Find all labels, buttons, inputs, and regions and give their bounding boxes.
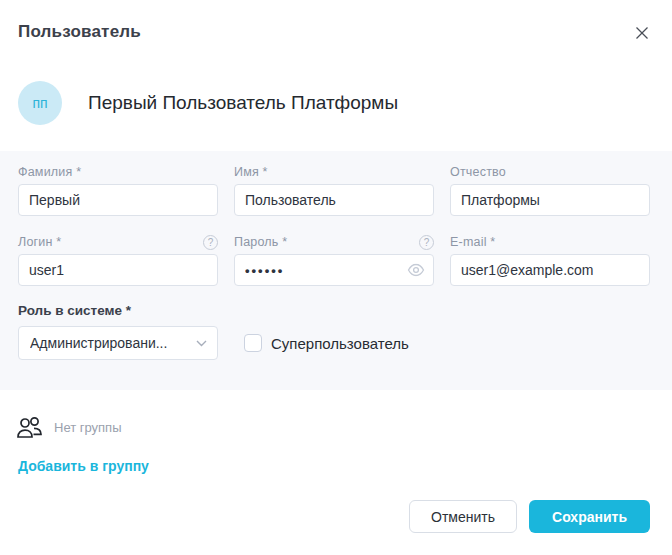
password-help-icon[interactable]: ? (419, 235, 434, 250)
close-icon-glyph (635, 26, 649, 40)
login-input[interactable] (18, 254, 218, 286)
lastname-input[interactable] (18, 184, 218, 216)
role-row: Администрировани... Суперпользователь (18, 326, 650, 360)
password-label: Пароль * (234, 235, 287, 249)
password-input[interactable] (234, 254, 434, 286)
email-label: E-mail * (450, 235, 495, 249)
fields-grid: Фамилия * Имя * Отчество (18, 164, 650, 286)
login-help-icon[interactable]: ? (203, 235, 218, 250)
cancel-button[interactable]: Отменить (409, 500, 517, 533)
firstname-input[interactable] (234, 184, 434, 216)
user-full-name: Первый Пользователь Платформы (88, 92, 398, 114)
superuser-label: Суперпользователь (271, 335, 409, 352)
superuser-checkbox-row[interactable]: Суперпользователь (244, 334, 409, 352)
role-select-value: Администрировани... (30, 335, 167, 351)
groups-section: Нет группы Добавить в группу (0, 390, 672, 475)
email-input[interactable] (450, 254, 650, 286)
firstname-label: Имя * (234, 165, 268, 179)
field-login: Логин * ? (18, 234, 218, 286)
eye-icon[interactable] (407, 264, 425, 277)
close-icon[interactable] (634, 25, 650, 41)
lastname-label: Фамилия * (18, 165, 81, 179)
user-summary: пп Первый Пользователь Платформы (0, 81, 672, 125)
role-select[interactable]: Администрировани... (18, 326, 218, 360)
superuser-checkbox[interactable] (244, 334, 262, 352)
save-button[interactable]: Сохранить (529, 500, 650, 533)
field-middlename: Отчество (450, 164, 650, 216)
field-firstname: Имя * (234, 164, 434, 216)
middlename-input[interactable] (450, 184, 650, 216)
add-to-group-link[interactable]: Добавить в группу (18, 458, 149, 474)
avatar: пп (18, 81, 62, 125)
field-lastname: Фамилия * (18, 164, 218, 216)
chevron-down-icon (196, 340, 207, 347)
field-email: E-mail * (450, 234, 650, 286)
role-label: Роль в системе * (18, 303, 650, 318)
users-group-icon (16, 416, 43, 439)
field-password: Пароль * ? (234, 234, 434, 286)
modal-title: Пользователь (18, 22, 141, 42)
login-label: Логин * (18, 235, 61, 249)
middlename-label: Отчество (450, 165, 506, 179)
user-modal: Пользователь пп Первый Пользователь Плат… (0, 0, 672, 555)
modal-header: Пользователь (0, 0, 672, 42)
modal-footer: Отменить Сохранить (409, 500, 650, 533)
form-panel: Фамилия * Имя * Отчество (0, 151, 672, 390)
no-group-text: Нет группы (54, 420, 122, 435)
